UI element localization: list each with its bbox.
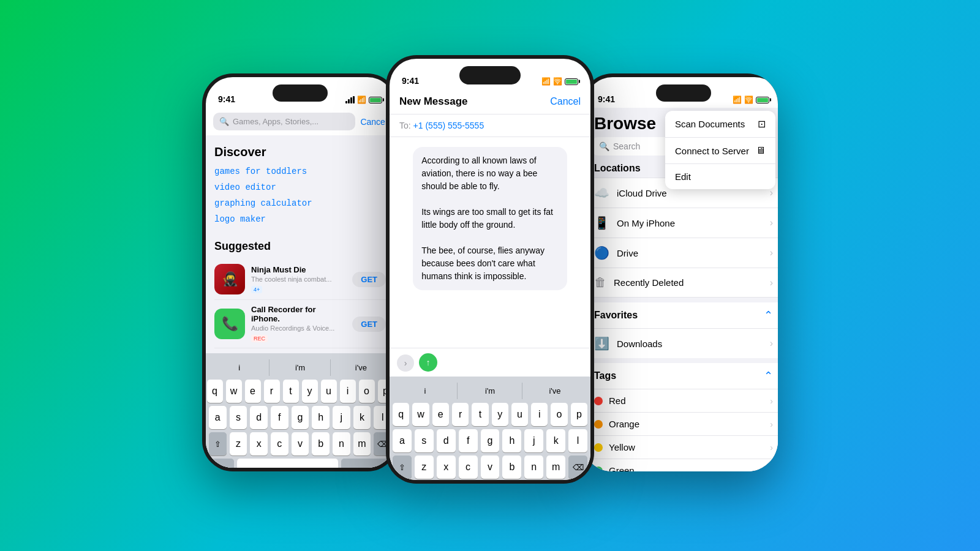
time-right: 9:41 bbox=[598, 94, 615, 104]
connect-server-label: Connect to Server bbox=[675, 146, 749, 156]
ckey-h[interactable]: h bbox=[502, 429, 521, 452]
key-u[interactable]: u bbox=[321, 380, 337, 403]
cancel-button-left[interactable]: Cancel bbox=[360, 117, 387, 127]
ckey-o[interactable]: o bbox=[551, 403, 567, 426]
key-h[interactable]: h bbox=[312, 406, 330, 429]
ckey-a[interactable]: a bbox=[393, 429, 412, 452]
key-y[interactable]: y bbox=[302, 380, 318, 403]
tag-orange[interactable]: Orange › bbox=[586, 413, 778, 436]
key-numbers[interactable]: .?123 bbox=[209, 459, 234, 468]
location-item-drive[interactable]: 🔵 Drive › bbox=[586, 238, 778, 268]
key-r[interactable]: r bbox=[264, 380, 280, 403]
dropdown-connect-server[interactable]: Connect to Server 🖥 bbox=[665, 138, 775, 164]
key-o[interactable]: o bbox=[359, 380, 375, 403]
drive-chevron-icon: › bbox=[770, 247, 773, 258]
discover-link-1[interactable]: games for toddlers bbox=[214, 167, 386, 176]
key-m[interactable]: m bbox=[353, 432, 371, 455]
suggest-key-i[interactable]: i bbox=[209, 359, 270, 376]
phone-center-inner: 9:41 📶 🛜 New Message Cancel To: +1 (555)… bbox=[390, 59, 590, 480]
app-icon-ninja: 🥷 bbox=[214, 264, 245, 294]
send-button[interactable]: ↑ bbox=[419, 353, 437, 372]
ckey-v[interactable]: v bbox=[481, 455, 500, 479]
ckey-g[interactable]: g bbox=[481, 429, 500, 452]
ckey-r[interactable]: r bbox=[452, 403, 469, 426]
key-w[interactable]: w bbox=[226, 380, 242, 403]
location-item-iphone[interactable]: 📱 On My iPhone › bbox=[586, 208, 778, 238]
key-d[interactable]: d bbox=[250, 406, 268, 429]
app-item-call[interactable]: 📞 Call Recorder for iPhone. Audio Record… bbox=[214, 300, 386, 348]
ckey-shift[interactable]: ⇧ bbox=[393, 455, 412, 479]
key-search[interactable]: sear... bbox=[341, 459, 391, 468]
get-button-call[interactable]: GET bbox=[352, 317, 386, 332]
discover-link-4[interactable]: logo maker bbox=[214, 214, 386, 224]
ckey-x[interactable]: x bbox=[437, 455, 456, 479]
tag-yellow[interactable]: Yellow › bbox=[586, 436, 778, 459]
ckey-z[interactable]: z bbox=[415, 455, 434, 479]
ckey-t[interactable]: t bbox=[472, 403, 488, 426]
ckey-s[interactable]: s bbox=[415, 429, 434, 452]
ckey-l[interactable]: l bbox=[568, 429, 587, 452]
key-t[interactable]: t bbox=[283, 380, 299, 403]
key-e[interactable]: e bbox=[245, 380, 261, 403]
key-space[interactable]: space bbox=[237, 459, 338, 468]
ckey-m[interactable]: m bbox=[546, 455, 565, 479]
ckey-i[interactable]: i bbox=[531, 403, 548, 426]
ckey-d[interactable]: d bbox=[437, 429, 456, 452]
get-button-ninja[interactable]: GET bbox=[352, 272, 386, 287]
tags-collapse-icon[interactable]: ⌃ bbox=[764, 369, 773, 383]
messages-cancel-button[interactable]: Cancel bbox=[550, 96, 581, 107]
key-i[interactable]: i bbox=[340, 380, 356, 403]
appstore-search-bar: 🔍 Games, Apps, Stories,... Cancel bbox=[206, 108, 394, 135]
ckey-c[interactable]: c bbox=[459, 455, 478, 479]
tags-section: Tags ⌃ Red › Orange › Y bbox=[586, 363, 778, 471]
suggest-key-ive[interactable]: i've bbox=[331, 359, 391, 376]
key-z[interactable]: z bbox=[230, 432, 247, 455]
ckey-q[interactable]: q bbox=[393, 403, 409, 426]
key-k[interactable]: k bbox=[353, 406, 371, 429]
suggest-key-ci[interactable]: i bbox=[393, 383, 458, 399]
key-shift[interactable]: ⇧ bbox=[209, 432, 227, 455]
key-c[interactable]: c bbox=[271, 432, 288, 455]
ckey-f[interactable]: f bbox=[459, 429, 478, 452]
key-a[interactable]: a bbox=[209, 406, 227, 429]
key-j[interactable]: j bbox=[333, 406, 350, 429]
suggest-key-cive[interactable]: i've bbox=[523, 383, 587, 399]
key-b[interactable]: b bbox=[312, 432, 330, 455]
ckey-p[interactable]: p bbox=[571, 403, 587, 426]
tag-red[interactable]: Red › bbox=[586, 389, 778, 413]
key-s[interactable]: s bbox=[230, 406, 247, 429]
scan-documents-label: Scan Documents bbox=[675, 119, 745, 129]
app-desc-call: Audio Recordings & Voice... bbox=[251, 324, 346, 332]
to-number[interactable]: +1 (555) 555-5555 bbox=[413, 121, 484, 130]
key-v[interactable]: v bbox=[292, 432, 309, 455]
key-g[interactable]: g bbox=[292, 406, 309, 429]
ckey-n[interactable]: n bbox=[524, 455, 543, 479]
ckey-delete[interactable]: ⌫ bbox=[568, 455, 587, 479]
search-input-wrap[interactable]: 🔍 Games, Apps, Stories,... bbox=[213, 113, 355, 130]
key-f[interactable]: f bbox=[271, 406, 288, 429]
dropdown-edit[interactable]: Edit bbox=[665, 164, 775, 189]
app-item-ninja[interactable]: 🥷 Ninja Must Die The coolest ninja comba… bbox=[214, 259, 386, 300]
downloads-item[interactable]: ⬇️ Downloads › bbox=[586, 329, 778, 358]
suggest-key-cim[interactable]: i'm bbox=[458, 383, 522, 399]
chevron-button[interactable]: › bbox=[397, 354, 414, 372]
key-n[interactable]: n bbox=[333, 432, 350, 455]
suggest-key-im[interactable]: i'm bbox=[270, 359, 330, 376]
ckey-w[interactable]: w bbox=[412, 403, 429, 426]
ckey-b[interactable]: b bbox=[502, 455, 521, 479]
key-q[interactable]: q bbox=[207, 380, 223, 403]
dropdown-scan-documents[interactable]: Scan Documents ⊡ bbox=[665, 111, 775, 138]
location-item-trash[interactable]: 🗑 Recently Deleted › bbox=[586, 268, 778, 298]
ckey-y[interactable]: y bbox=[492, 403, 508, 426]
discover-link-2[interactable]: video editor bbox=[214, 182, 386, 192]
ckey-e[interactable]: e bbox=[432, 403, 449, 426]
tag-green[interactable]: Green › bbox=[586, 459, 778, 471]
ckey-u[interactable]: u bbox=[511, 403, 528, 426]
ckey-k[interactable]: k bbox=[546, 429, 565, 452]
favorites-collapse-icon[interactable]: ⌃ bbox=[764, 309, 773, 322]
suggested-title: Suggested bbox=[214, 240, 386, 253]
tag-name-yellow: Yellow bbox=[609, 442, 764, 452]
ckey-j[interactable]: j bbox=[524, 429, 543, 452]
discover-link-3[interactable]: graphing calculator bbox=[214, 198, 386, 208]
key-x[interactable]: x bbox=[250, 432, 268, 455]
